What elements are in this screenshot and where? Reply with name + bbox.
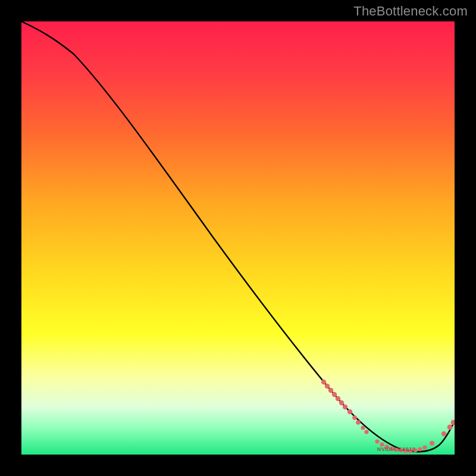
bottleneck-curve (21, 21, 455, 452)
svg-point-1 (325, 384, 330, 389)
svg-point-6 (343, 405, 347, 409)
plot-area: NVIDIA GX610 (21, 21, 455, 455)
chart-stage: TheBottleneck.com (0, 0, 476, 476)
svg-point-5 (339, 400, 344, 405)
svg-point-7 (347, 409, 352, 414)
svg-point-9 (356, 420, 361, 425)
svg-point-12 (375, 439, 379, 443)
svg-point-2 (328, 388, 333, 393)
svg-point-0 (321, 380, 326, 384)
svg-point-3 (332, 392, 337, 397)
svg-point-26 (451, 420, 455, 425)
marker-cluster-top (321, 380, 369, 434)
watermark-text: TheBottleneck.com (353, 4, 468, 19)
svg-point-8 (352, 415, 357, 420)
svg-point-11 (364, 430, 368, 434)
svg-point-25 (447, 425, 453, 430)
svg-point-4 (336, 396, 340, 401)
svg-point-23 (430, 441, 434, 446)
svg-point-24 (441, 431, 446, 436)
svg-point-10 (361, 425, 365, 430)
curve-svg (21, 21, 455, 455)
valley-label: NVIDIA GX610 (355, 446, 438, 452)
